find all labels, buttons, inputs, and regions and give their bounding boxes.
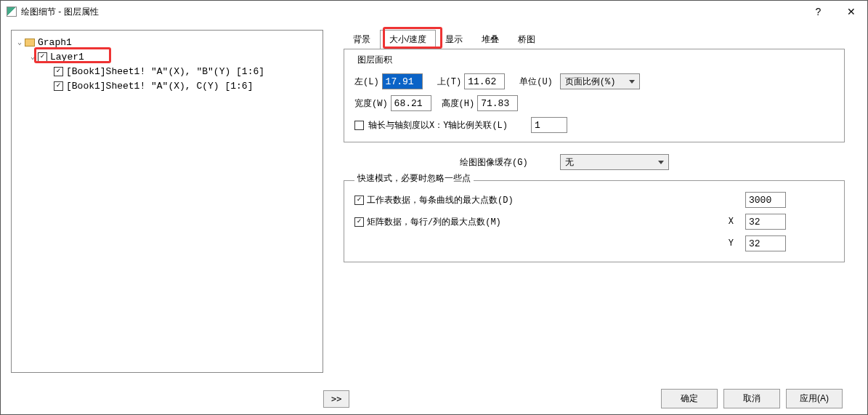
tab-size[interactable]: 大小/速度 [380, 30, 436, 49]
caret-down-icon[interactable]: ⌄ [28, 52, 38, 61]
caret-down-icon[interactable]: ⌄ [15, 38, 25, 47]
fast-title: 快速模式，必要时忽略一些点 [354, 172, 474, 185]
tab-bg[interactable]: 背景 [344, 30, 380, 49]
link-ratio-input[interactable] [531, 117, 567, 133]
layer-area-group: 图层面积 左(L) 上(T) 单位(U) 页面比例(%) 宽度(W) 高度(H) [344, 49, 845, 142]
tree-item-label: [Book1]Sheet1! "A"(X), C(Y) [1:6] [66, 81, 253, 92]
cache-select[interactable]: 无 [560, 154, 669, 170]
wks-checkbox[interactable] [354, 196, 364, 205]
left-label: 左(L) [354, 76, 379, 88]
tree-root[interactable]: ⌄ Graph1 [15, 35, 320, 49]
expand-button[interactable]: >> [323, 390, 349, 408]
mat-label: 矩阵数据，每行/列的最大点数(M) [367, 216, 501, 228]
tree-layer-label: Layer1 [50, 52, 84, 63]
app-icon [7, 7, 17, 17]
help-button[interactable]: ? [802, 1, 835, 23]
cache-value: 无 [565, 156, 574, 169]
tab-bridge[interactable]: 桥图 [508, 30, 545, 49]
ok-button[interactable]: 确定 [661, 389, 718, 408]
checkbox-icon[interactable] [38, 52, 47, 62]
height-label: 高度(H) [442, 97, 475, 110]
top-label: 上(T) [437, 76, 462, 88]
width-label: 宽度(W) [354, 97, 388, 110]
left-input[interactable] [382, 73, 423, 89]
unit-label: 单位(U) [519, 76, 553, 88]
apply-button[interactable]: 应用(A) [786, 389, 843, 408]
group-title: 图层面积 [354, 54, 395, 66]
tree-panel: ⌄ Graph1 ⌄ Layer1 [Book1]Sheet1! "A"(X),… [11, 30, 323, 373]
close-button[interactable]: ✕ [835, 1, 867, 23]
link-label: 轴长与轴刻度以X：Y轴比例关联(L) [368, 119, 508, 132]
link-checkbox[interactable] [354, 121, 364, 130]
tree-item[interactable]: [Book1]Sheet1! "A"(X), C(Y) [1:6] [15, 78, 320, 93]
top-input[interactable] [464, 73, 505, 89]
window-title: 绘图细节 - 图层属性 [21, 6, 99, 18]
folder-icon [25, 39, 35, 47]
wks-input[interactable] [745, 192, 786, 208]
y-label: Y [729, 238, 734, 249]
width-input[interactable] [391, 95, 431, 111]
titlebar: 绘图细节 - 图层属性 ? ✕ [1, 1, 867, 23]
dialog-buttons: >> 确定 取消 应用(A) [323, 389, 857, 408]
tree-root-label: Graph1 [38, 37, 72, 48]
unit-select[interactable]: 页面比例(%) [560, 73, 640, 89]
height-input[interactable] [477, 95, 518, 111]
mat-checkbox[interactable] [354, 217, 364, 227]
x-label: X [729, 217, 734, 227]
checkbox-icon[interactable] [54, 81, 63, 91]
cancel-button[interactable]: 取消 [723, 389, 780, 408]
tab-bar: 背景 大小/速度 显示 堆叠 桥图 [344, 30, 857, 49]
tab-show[interactable]: 显示 [436, 30, 472, 49]
fast-mode-group: 快速模式，必要时忽略一些点 工作表数据，每条曲线的最大点数(D) 矩阵数据，每行… [344, 180, 845, 262]
tree-item-label: [Book1]Sheet1! "A"(X), "B"(Y) [1:6] [66, 66, 264, 77]
tree-layer[interactable]: ⌄ Layer1 [15, 49, 320, 64]
y-input[interactable] [745, 235, 786, 251]
unit-value: 页面比例(%) [565, 76, 616, 88]
checkbox-icon[interactable] [54, 67, 63, 76]
x-input[interactable] [745, 214, 786, 230]
wks-label: 工作表数据，每条曲线的最大点数(D) [367, 194, 514, 206]
cache-label: 绘图图像缓存(G) [460, 156, 528, 169]
tree-item[interactable]: [Book1]Sheet1! "A"(X), "B"(Y) [1:6] [15, 64, 320, 78]
tab-stack[interactable]: 堆叠 [472, 30, 508, 49]
